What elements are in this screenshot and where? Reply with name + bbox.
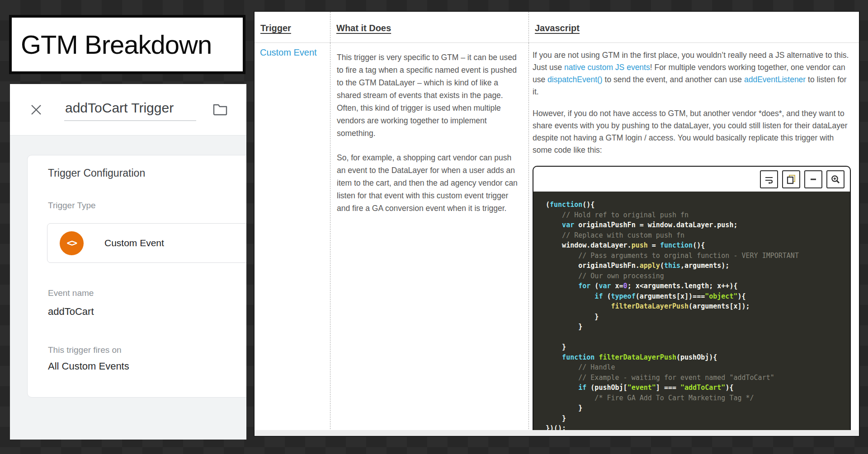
javascript-paragraph-1: If you are not using GTM in the first pl… (533, 49, 854, 98)
code-line: if (typeof(arguments[x])==="object"){ (546, 291, 850, 302)
slide-title-box: GTM Breakdown (9, 15, 245, 74)
column-header-what-it-does: What it Does (330, 12, 528, 43)
table-cell-what-it-does: This trigger is very specific to GTM – i… (330, 43, 528, 436)
code-line: function filterDataLayerPush(pushObj){ (546, 352, 850, 363)
table-cell-javascript: If you are not using GTM in the first pl… (528, 43, 859, 436)
code-line: // Example - waiting for event named "ad… (546, 373, 850, 383)
event-name-label: Event name (48, 288, 94, 298)
collapse-button[interactable] (804, 170, 822, 188)
code-line: (function(){ (546, 200, 850, 210)
code-line: if (pushObj["event"] === "addToCart"){ (546, 383, 850, 393)
code-line: for (var x=0; x<arguments.length; x++){ (546, 281, 850, 291)
code-brackets-icon: <> (60, 231, 84, 255)
collapse-icon (808, 174, 819, 185)
table-cell-trigger: Custom Event (255, 43, 330, 436)
copy-icon (786, 174, 797, 185)
code-line: filterDataLayerPush(arguments[x]); (546, 301, 850, 312)
code-editor[interactable]: (function(){ // Hold ref to original pus… (533, 192, 850, 436)
copy-button[interactable] (782, 170, 800, 188)
javascript-paragraph-2: However, if you do not have access to GT… (533, 108, 854, 156)
trigger-type-selector[interactable]: <> Custom Event (47, 223, 246, 263)
code-line: } (546, 322, 850, 332)
trigger-type-label: Trigger Type (48, 201, 96, 211)
horizontal-scrollbar-track[interactable] (255, 430, 859, 436)
code-line: /* Fire GA Add To Cart Marketing Tag */ (546, 393, 850, 403)
page-title: GTM Breakdown (21, 29, 212, 60)
trigger-configuration-title: Trigger Configuration (48, 167, 145, 179)
code-line: // Handle (546, 362, 850, 373)
what-it-does-paragraph-1: This trigger is very specific to GTM – i… (337, 51, 520, 140)
inline-link[interactable]: addEventListener (744, 75, 806, 84)
gtm-panel-body: Trigger Configuration Trigger Type <> Cu… (10, 136, 246, 440)
code-line (546, 332, 850, 342)
trigger-type-value: Custom Event (104, 238, 164, 248)
inline-link[interactable]: dispatchEvent() (547, 75, 603, 84)
zoom-in-icon (830, 174, 841, 185)
code-line: } (546, 403, 850, 413)
trigger-name-field[interactable]: addToCart Trigger (64, 98, 196, 121)
trigger-configuration-card: Trigger Configuration Trigger Type <> Cu… (27, 155, 246, 398)
code-toolbar (533, 167, 850, 192)
code-snippet-block: (function(){ // Hold ref to original pus… (533, 166, 851, 436)
folder-icon[interactable] (212, 102, 228, 116)
close-icon[interactable] (30, 103, 42, 116)
fires-on-label: This trigger fires on (48, 345, 122, 355)
code-line: window.dataLayer.push = function(){ (546, 240, 850, 251)
code-line: originalPushFn.apply(this,arguments); (546, 261, 850, 271)
code-line: var originalPushFn = window.dataLayer.pu… (546, 220, 850, 230)
gtm-panel-header: addToCart Trigger (10, 84, 246, 136)
soft-wrap-icon (764, 174, 774, 185)
zoom-in-button[interactable] (826, 170, 844, 188)
code-line: // Hold ref to original push fn (546, 210, 850, 220)
inline-link[interactable]: native custom JS events (564, 63, 650, 72)
code-line: } (546, 413, 850, 424)
code-line: } (546, 312, 850, 322)
code-line: // Pass arguments to orginal function - … (546, 251, 850, 261)
code-line: // Our own processing (546, 271, 850, 281)
column-header-trigger: Trigger (255, 12, 330, 43)
gtm-trigger-panel: addToCart Trigger Trigger Configuration … (10, 84, 246, 440)
code-line: } (546, 342, 850, 352)
gtm-breakdown-table: Trigger What it Does Javascript Custom E… (254, 11, 860, 437)
fires-on-value[interactable]: All Custom Events (48, 360, 129, 372)
code-line: // Replace with custom push fn (546, 230, 850, 241)
column-header-javascript: Javascript (528, 12, 859, 43)
event-name-value[interactable]: addToCart (48, 306, 94, 318)
trigger-name-text: addToCart Trigger (65, 100, 196, 116)
custom-event-link[interactable]: Custom Event (260, 47, 317, 57)
soft-wrap-button[interactable] (760, 170, 778, 188)
what-it-does-paragraph-2: So, for example, a shopping cart vendor … (337, 151, 520, 215)
